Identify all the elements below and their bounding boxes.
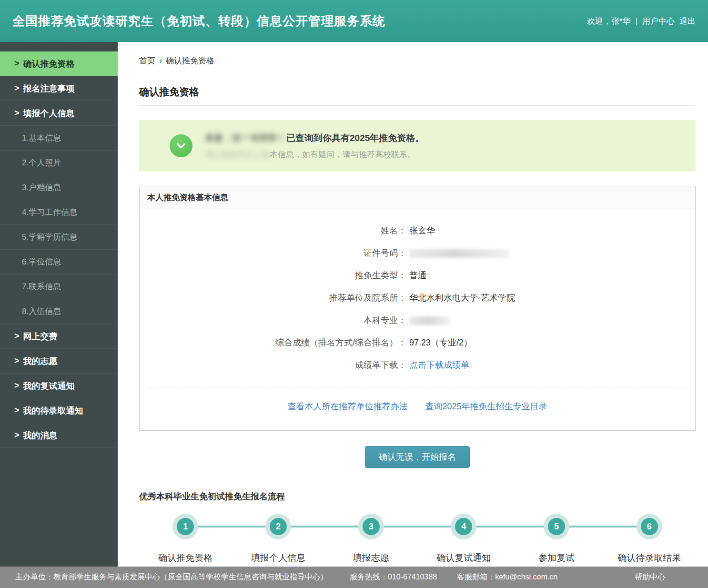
alert-text: 恭喜，张＊华同学！已查询到你具有2025年推免资格。 请认真核对以上基本信息，如… (205, 132, 424, 160)
divider (148, 387, 687, 387)
footer-hotline: 服务热线：010-67410388 (350, 572, 437, 582)
field-row-id-number: 证件号码： (140, 242, 695, 264)
main-content: 首页 › 确认推免资格 确认推免资格 恭喜，张＊华同学！已查询到你具有2025年… (118, 42, 708, 567)
field-label: 证件号码： (140, 247, 406, 260)
sidebar-item-my-retest-notice[interactable]: > 我的复试通知 (0, 374, 118, 398)
sidebar-item-label: 2.个人照片 (22, 157, 61, 168)
breadcrumb-current: 确认推免资格 (166, 55, 214, 66)
redacted-text: 请认真核对以上基 (205, 150, 270, 159)
field-label: 推免生类型： (140, 269, 406, 282)
help-center-link[interactable]: 帮助中心 (635, 572, 665, 582)
redacted-block (409, 249, 509, 258)
app-header: 全国推荐免试攻读研究生（免初试、转段）信息公开管理服务系统 欢迎，张*华 | 用… (0, 0, 708, 42)
field-value: 97.23（专业/2） (409, 336, 472, 349)
footer-organizer: 主办单位：教育部学生服务与素质发展中心（原全国高等学校学生信息咨询与就业指导中心… (15, 572, 328, 582)
sidebar-item-label: 网上交费 (23, 331, 58, 342)
step-circle: 4 (451, 514, 476, 539)
sidebar-item-enrollment-education[interactable]: 5.学籍学历信息 (0, 225, 118, 250)
flow-title: 优秀本科毕业生免初试推免生报名流程 (139, 491, 696, 502)
alert-line-2: 请认真核对以上基本信息，如有疑问，请与推荐高校联系。 (205, 149, 424, 160)
success-alert: 恭喜，张＊华同学！已查询到你具有2025年推免资格。 请认真核对以上基本信息，如… (139, 120, 696, 172)
step-number: 3 (363, 518, 380, 535)
sidebar-item-label: 填报个人信息 (23, 108, 75, 119)
sidebar-item-label: 我的待录取通知 (23, 405, 83, 416)
panel-body: 姓名： 张玄华 证件号码： 推免生类型： 普通 推荐单位及院系所： 华北水利水电… (140, 209, 695, 430)
field-value-redacted (409, 314, 450, 327)
major-catalog-link[interactable]: 查询2025年推免生招生专业目录 (425, 402, 547, 411)
field-value: 华北水利水电大学-艺术学院 (409, 292, 515, 304)
sidebar-item-study-work-info[interactable]: 4.学习工作信息 (0, 200, 118, 225)
chevron-right-icon: › (159, 56, 162, 66)
qualification-panel: 本人推免资格基本信息 姓名： 张玄华 证件号码： 推免生类型： 普通 (139, 186, 696, 431)
footer-email: 客服邮箱：kefu@chsi.com.cn (457, 572, 557, 582)
sidebar-item-degree-info[interactable]: 6.学位信息 (0, 250, 118, 274)
step-number: 4 (455, 518, 472, 535)
sidebar-item-label: 报名注意事项 (23, 83, 75, 94)
transcript-download-link[interactable]: 点击下载成绩单 (409, 360, 469, 370)
panel-links: 查看本人所在推荐单位推荐办法 查询2025年推免生招生专业目录 (140, 401, 695, 412)
step-label: 填报个人信息 (232, 552, 325, 564)
sidebar-item-my-messages[interactable]: > 我的消息 (0, 423, 118, 448)
chevron-right-icon: > (14, 406, 20, 416)
sidebar-item-label: 确认推免资格 (23, 58, 75, 70)
sidebar-item-my-volunteer[interactable]: > 我的志愿 (0, 349, 118, 374)
chevron-right-icon: > (14, 356, 20, 366)
flow-step-2: 2 填报个人信息 (232, 514, 325, 564)
sidebar-item-confirm-qualification[interactable]: > 确认推免资格 (0, 51, 118, 76)
redacted-text: 恭喜，张＊华同学！ (205, 133, 286, 143)
chevron-right-icon: > (14, 381, 20, 391)
sidebar-item-registration-notes[interactable]: > 报名注意事项 (0, 76, 118, 101)
field-row-undergrad-major: 本科专业： (140, 309, 695, 332)
step-circle: 5 (544, 514, 569, 539)
flow-step-1: 1 确认推免资格 (139, 514, 232, 564)
field-row-recommending-unit: 推荐单位及院系所： 华北水利水电大学-艺术学院 (140, 287, 695, 309)
step-label: 填报志愿 (324, 552, 417, 564)
sidebar-item-label: 我的复试通知 (23, 380, 75, 392)
breadcrumb-home-link[interactable]: 首页 (139, 55, 155, 66)
step-number: 2 (270, 518, 287, 535)
field-row-composite-score: 综合成绩（排名方式/综合排名）： 97.23（专业/2） (140, 332, 695, 354)
step-circle: 3 (358, 514, 384, 539)
field-value-redacted (409, 247, 509, 260)
sidebar-item-label: 4.学习工作信息 (22, 207, 77, 218)
step-label: 确认推免资格 (139, 552, 232, 564)
flow-step-3: 3 填报志愿 (324, 514, 417, 564)
app-footer: 主办单位：教育部学生服务与素质发展中心（原全国高等学校学生信息咨询与就业指导中心… (0, 567, 708, 588)
sidebar-item-label: 我的志愿 (23, 355, 58, 367)
sidebar-item-household-archive[interactable]: 3.户档信息 (0, 175, 118, 200)
sidebar-item-basic-info[interactable]: 1.基本信息 (0, 126, 118, 151)
step-circle: 1 (172, 514, 198, 539)
field-row-candidate-type: 推免生类型： 普通 (140, 264, 695, 287)
recommendation-rules-link[interactable]: 查看本人所在推荐单位推荐办法 (287, 402, 407, 411)
success-icon (170, 134, 192, 157)
redacted-block (409, 316, 450, 325)
logout-link[interactable]: 退出 (679, 16, 696, 27)
chevron-right-icon: > (14, 59, 20, 69)
flow-step-4: 4 确认复试通知 (417, 514, 510, 564)
sidebar-item-label: 6.学位信息 (22, 256, 61, 267)
app-title: 全国推荐免试攻读研究生（免初试、转段）信息公开管理服务系统 (12, 13, 385, 30)
chevron-right-icon: > (14, 83, 20, 93)
sidebar-item-label: 1.基本信息 (22, 132, 61, 143)
field-label: 成绩单下载： (140, 359, 406, 372)
breadcrumb: 首页 › 确认推免资格 (139, 55, 696, 66)
header-separator: | (636, 16, 637, 26)
user-center-link[interactable]: 用户中心 (642, 16, 675, 27)
header-user-area: 欢迎，张*华 | 用户中心 退出 (587, 16, 696, 27)
welcome-text: 欢迎，张*华 (587, 16, 631, 27)
sidebar-item-military-info[interactable]: 8.入伍信息 (0, 299, 118, 324)
step-label: 参加复试 (510, 552, 603, 564)
step-label: 确认复试通知 (417, 552, 510, 564)
sidebar-item-my-admission-notice[interactable]: > 我的待录取通知 (0, 398, 118, 423)
field-label: 本科专业： (140, 314, 406, 327)
sidebar-item-personal-info[interactable]: > 填报个人信息 (0, 101, 118, 126)
step-number: 1 (177, 518, 194, 535)
sidebar-item-personal-photo[interactable]: 2.个人照片 (0, 151, 118, 175)
confirm-start-registration-button[interactable]: 确认无误，开始报名 (365, 446, 470, 468)
sidebar-item-label: 我的消息 (23, 430, 58, 441)
flow-steps: 1 确认推免资格 2 填报个人信息 3 填报志愿 (139, 514, 696, 564)
step-number: 6 (641, 518, 658, 535)
sidebar-item-contact-info[interactable]: 7.联系信息 (0, 274, 118, 299)
field-label: 推荐单位及院系所： (140, 292, 406, 304)
sidebar-item-online-payment[interactable]: > 网上交费 (0, 324, 118, 349)
